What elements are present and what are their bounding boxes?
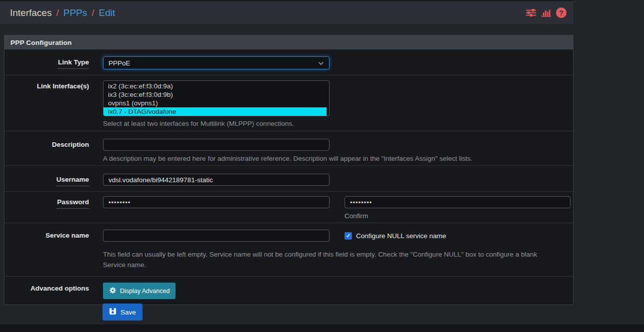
listbox-option[interactable]: ix3 (3c:ec:ef:f3:0d:9b) — [104, 90, 326, 99]
username-label: Username — [56, 174, 89, 186]
chevron-down-icon — [318, 58, 324, 67]
panel-title: PPP Configuration — [10, 39, 72, 46]
description-label: Description — [52, 139, 89, 151]
bar-chart-icon[interactable] — [541, 8, 552, 17]
page: Interfaces / PPPs / Edit — [0, 0, 644, 332]
check-icon: ✓ — [346, 233, 350, 239]
service-name-help: This field can usually be left empty. Se… — [103, 249, 554, 270]
save-button-label: Save — [120, 309, 136, 316]
form-row-service-name: Service name ✓ Configure NULL service na… — [4, 223, 573, 277]
form-row-link-interfaces: Link Interface(s) ix2 (3c:ec:ef:f3:0d:9a… — [4, 75, 573, 131]
breadcrumb-separator: / — [56, 7, 58, 18]
listbox-option[interactable]: ix0.7 - DTAG/vodafone — [104, 107, 326, 116]
link-type-label: Link Type — [58, 56, 89, 69]
ppp-configuration-panel: PPP Configuration Link Type PPPoE — [4, 35, 574, 305]
link-interfaces-label: Link Interface(s) — [37, 80, 89, 92]
help-icon[interactable]: ? — [556, 7, 566, 18]
description-help: A description may be entered here for ad… — [103, 154, 573, 163]
password-input[interactable] — [103, 196, 330, 208]
footer — [0, 325, 644, 332]
configure-null-checkbox[interactable]: ✓ — [344, 232, 352, 240]
display-advanced-label: Display Advanced — [120, 288, 170, 295]
form-row-password: Password Confirm — [4, 192, 573, 223]
link-type-select[interactable]: PPPoE — [103, 56, 330, 69]
service-name-label: Service name — [46, 230, 89, 242]
password-confirm-input[interactable] — [344, 196, 570, 208]
link-type-selected-value: PPPoE — [108, 59, 130, 67]
top-navbar: Interfaces / PPPs / Edit — [0, 0, 574, 24]
gear-icon — [109, 287, 116, 296]
panel-header: PPP Configuration — [4, 35, 573, 49]
save-button[interactable]: Save — [102, 304, 142, 321]
save-icon — [109, 308, 116, 317]
service-name-input[interactable] — [103, 230, 330, 242]
listbox-option[interactable]: ix2 (3c:ec:ef:f3:0d:9a) — [104, 82, 326, 90]
panel-body: Link Type PPPoE Link Interface(s) — [4, 49, 573, 305]
sliders-icon[interactable] — [526, 8, 536, 17]
password-label: Password — [57, 196, 89, 209]
breadcrumb: Interfaces / PPPs / Edit — [10, 7, 115, 18]
breadcrumb-edit-link[interactable]: Edit — [99, 7, 116, 18]
link-interfaces-listbox[interactable]: ix2 (3c:ec:ef:f3:0d:9a)ix3 (3c:ec:ef:f3:… — [103, 80, 330, 116]
help-glyph: ? — [559, 9, 564, 17]
configure-null-checkbox-row[interactable]: ✓ Configure NULL service name — [344, 230, 446, 242]
breadcrumb-ppps-link[interactable]: PPPs — [64, 7, 88, 18]
form-row-username: Username — [4, 166, 573, 192]
advanced-options-label: Advanced options — [30, 283, 89, 295]
description-input[interactable] — [103, 139, 330, 151]
configure-null-label: Configure NULL service name — [356, 232, 446, 240]
form-row-advanced-options: Advanced options — [4, 277, 573, 305]
link-interfaces-help: Select at least two interfaces for Multi… — [103, 119, 573, 128]
listbox-option[interactable]: ovpns1 (ovpns1) — [104, 99, 326, 107]
form-row-description: Description A description may be entered… — [4, 131, 573, 166]
navbar-actions: ? — [526, 7, 566, 18]
display-advanced-button[interactable]: Display Advanced — [103, 283, 176, 299]
form-row-link-type: Link Type PPPoE — [4, 49, 573, 75]
password-confirm-label: Confirm — [344, 212, 570, 220]
breadcrumb-interfaces[interactable]: Interfaces — [10, 7, 52, 18]
breadcrumb-separator: / — [92, 7, 94, 18]
username-input[interactable] — [103, 174, 330, 186]
